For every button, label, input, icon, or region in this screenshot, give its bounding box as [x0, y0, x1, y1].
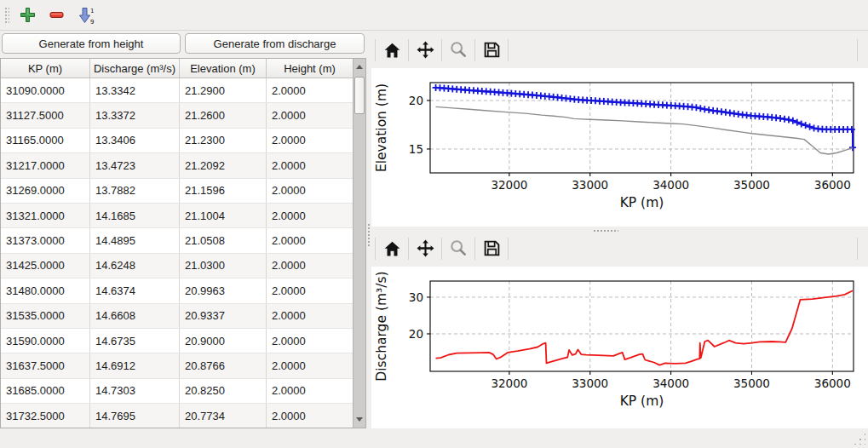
table-row[interactable]: 31535.000014.660820.93372.0000 [1, 304, 353, 329]
table-cell[interactable]: 31685.0000 [1, 379, 90, 403]
table-cell[interactable]: 31373.0000 [1, 228, 90, 252]
table-cell[interactable]: 2.0000 [267, 153, 353, 177]
save-button[interactable] [479, 38, 504, 62]
table-cell[interactable]: 2.0000 [267, 279, 353, 302]
table-cell[interactable]: 13.7882 [90, 179, 180, 203]
zoom-button[interactable] [445, 237, 471, 261]
table-cell[interactable]: 13.4723 [90, 153, 180, 177]
table-row[interactable]: 31217.000013.472321.20922.0000 [1, 153, 353, 178]
save-button[interactable] [479, 237, 504, 261]
table-cell[interactable]: 21.2600 [180, 103, 267, 127]
table-cell[interactable]: 14.6248 [90, 254, 180, 278]
column-header-discharge[interactable]: Discharge (m³/s) [90, 59, 180, 78]
table-cell[interactable]: 20.9337 [180, 304, 267, 328]
table-cell[interactable]: 2.0000 [267, 228, 353, 252]
table-cell[interactable]: 13.3342 [90, 78, 180, 102]
table-cell[interactable]: 31425.0000 [1, 254, 90, 278]
table-cell[interactable]: 21.0300 [180, 254, 267, 278]
add-row-button[interactable] [16, 4, 38, 26]
table-row[interactable]: 31090.000013.334221.29002.0000 [1, 78, 353, 103]
toolbar-grip-handle[interactable] [3, 6, 9, 25]
table-cell[interactable]: 14.4895 [90, 228, 180, 252]
table-cell[interactable]: 2.0000 [267, 353, 353, 377]
table-cell[interactable]: 2.0000 [267, 329, 353, 353]
generate-from-height-button[interactable]: Generate from height [2, 33, 181, 54]
generate-from-discharge-button[interactable]: Generate from discharge [185, 33, 365, 54]
table-cell[interactable]: 14.7303 [90, 379, 180, 403]
table-body: 31090.000013.334221.29002.000031127.5000… [1, 78, 353, 428]
table-cell[interactable]: 31269.0000 [1, 179, 90, 203]
table-cell[interactable]: 31480.0000 [1, 279, 90, 302]
table-cell[interactable]: 20.9000 [180, 329, 267, 353]
table-cell[interactable]: 21.1004 [180, 204, 267, 227]
table-scrollbar[interactable] [353, 59, 365, 428]
table-cell[interactable]: 2.0000 [267, 204, 353, 227]
pan-button[interactable] [412, 237, 438, 261]
scrollbar-thumb[interactable] [354, 77, 365, 114]
pan-button[interactable] [412, 38, 438, 62]
table-row[interactable]: 31732.500014.769520.77342.0000 [1, 404, 353, 428]
table-cell[interactable]: 21.1596 [180, 179, 267, 203]
home-button[interactable] [379, 38, 405, 62]
table-cell[interactable]: 14.6608 [90, 304, 180, 328]
window-resize-grip[interactable] [852, 431, 865, 445]
table-cell[interactable]: 14.6374 [90, 279, 180, 302]
table-cell[interactable]: 13.3372 [90, 103, 180, 127]
table-cell[interactable]: 2.0000 [267, 129, 353, 152]
table-cell[interactable]: 31590.0000 [1, 329, 90, 353]
scrollbar-down-button[interactable] [354, 411, 365, 428]
column-header-kp[interactable]: KP (m) [1, 59, 90, 78]
table-cell[interactable]: 31217.0000 [1, 153, 90, 177]
table-row[interactable]: 31321.000014.168521.10042.0000 [1, 204, 353, 228]
table-cell[interactable]: 2.0000 [267, 404, 353, 428]
save-icon [483, 41, 501, 59]
table-cell[interactable]: 14.6912 [90, 353, 180, 377]
table-row[interactable]: 31480.000014.637420.99632.0000 [1, 279, 353, 303]
remove-row-button[interactable] [45, 4, 67, 26]
table-cell[interactable]: 20.8250 [180, 379, 267, 403]
column-header-elevation[interactable]: Elevation (m) [180, 59, 267, 78]
table-cell[interactable]: 2.0000 [267, 254, 353, 278]
discharge-plot-canvas[interactable]: 32000330003400035000360002030KP (m)Disch… [371, 267, 868, 428]
table-cell[interactable]: 31127.5000 [1, 103, 90, 127]
table-cell[interactable]: 14.6735 [90, 329, 180, 353]
table-cell[interactable]: 21.2900 [180, 78, 267, 102]
column-header-height[interactable]: Height (m) [267, 59, 353, 78]
table-cell[interactable]: 20.7734 [180, 404, 267, 428]
sort-ascending-button[interactable]: 1 9 [74, 4, 96, 26]
table-cell[interactable]: 31637.5000 [1, 353, 90, 377]
table-cell[interactable]: 31321.0000 [1, 204, 90, 227]
horizontal-splitter-grip-icon[interactable] [593, 229, 618, 233]
table-row[interactable]: 31165.000013.340621.23002.0000 [1, 129, 353, 153]
arrow-up-icon [356, 65, 363, 69]
table-row[interactable]: 31685.000014.730320.82502.0000 [1, 379, 353, 404]
table-cell[interactable]: 31165.0000 [1, 129, 90, 152]
table-cell[interactable]: 14.1685 [90, 204, 180, 227]
table-cell[interactable]: 31535.0000 [1, 304, 90, 328]
table-row[interactable]: 31127.500013.337221.26002.0000 [1, 103, 353, 128]
zoom-button[interactable] [445, 38, 471, 62]
table-cell[interactable]: 14.7695 [90, 404, 180, 428]
table-cell[interactable]: 31090.0000 [1, 78, 90, 102]
table-cell[interactable]: 2.0000 [267, 179, 353, 203]
table-cell[interactable]: 20.8766 [180, 353, 267, 377]
table-row[interactable]: 31373.000014.489521.05082.0000 [1, 228, 353, 253]
table-cell[interactable]: 21.2092 [180, 153, 267, 177]
table-cell[interactable]: 2.0000 [267, 103, 353, 127]
table-row[interactable]: 31269.000013.788221.15962.0000 [1, 179, 353, 204]
table-row[interactable]: 31637.500014.691220.87662.0000 [1, 353, 353, 378]
table-cell[interactable]: 21.0508 [180, 228, 267, 252]
table-cell[interactable]: 2.0000 [267, 379, 353, 403]
table-row[interactable]: 31425.000014.624821.03002.0000 [1, 254, 353, 279]
table-cell[interactable]: 13.3406 [90, 129, 180, 152]
table-cell[interactable]: 21.2300 [180, 129, 267, 152]
table-row[interactable]: 31590.000014.673520.90002.0000 [1, 329, 353, 353]
elevation-plot-canvas[interactable]: 32000330003400035000360001520KP (m)Eleva… [371, 68, 868, 227]
table-cell[interactable]: 20.9963 [180, 279, 267, 302]
table-cell[interactable]: 31732.5000 [1, 404, 90, 428]
table-cell[interactable]: 2.0000 [267, 78, 353, 102]
home-button[interactable] [379, 237, 405, 261]
application-window: { "main_toolbar": { "icons": [ {"name": … [0, 0, 868, 448]
scrollbar-up-button[interactable] [354, 59, 365, 75]
table-cell[interactable]: 2.0000 [267, 304, 353, 328]
